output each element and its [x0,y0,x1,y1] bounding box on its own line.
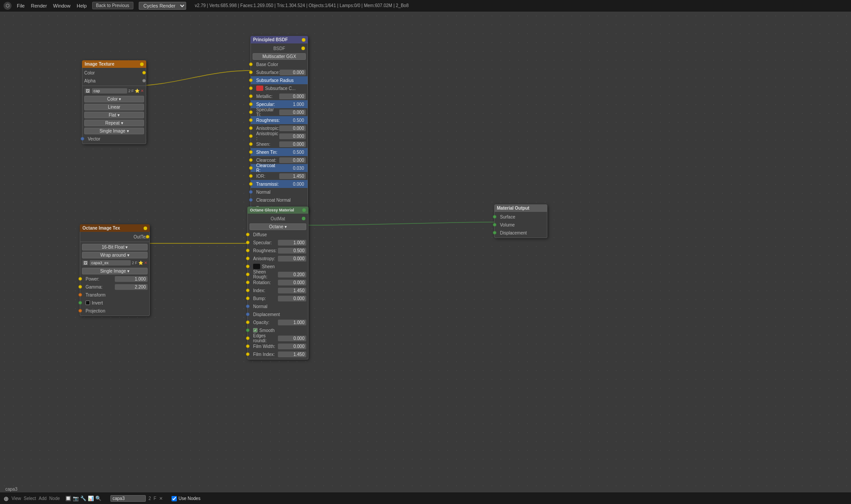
distribution-dropdown[interactable]: Multiscatter GGX [253,53,306,60]
gamma-value[interactable]: 2.200 [115,284,148,290]
sheen-row[interactable]: Sheen: 0.000 [251,140,308,148]
transmission-value[interactable]: 0.000 [279,181,306,187]
color-mode-row[interactable]: Color ▾ [82,95,146,103]
wrap-around-dropdown[interactable]: Wrap around ▾ [82,252,148,258]
footer-node-label[interactable]: Node [49,496,60,501]
film-width-row[interactable]: Film Width: 0.000 [248,342,308,350]
clearcoat-value[interactable]: 0.000 [279,157,306,163]
opacity-row[interactable]: Opacity: 1.000 [248,318,308,326]
edges-round-row[interactable]: Edges roundi: 0.000 [248,334,308,342]
opacity-value[interactable]: 1.000 [278,320,306,325]
oct-specular-socket [246,241,250,244]
anisotropic-label: Anisotropic: [256,126,279,131]
film-index-value[interactable]: 1.450 [278,352,306,357]
repeat-row[interactable]: Repeat ▾ [82,119,146,127]
node-editor-canvas[interactable]: Image Texture Color Alpha 🖼 cap 2 F ⭐ ✕ [0,12,851,492]
subsurface-radius-row[interactable]: Subsurface Radius [251,76,308,84]
ior-value[interactable]: 1.450 [279,173,306,179]
specular-value[interactable]: 1.000 [279,102,306,107]
power-value[interactable]: 1.000 [115,276,148,282]
clearcoat-rough-row[interactable]: Clearcoat R: 0.030 [251,164,308,172]
invert-row[interactable]: Invert [80,299,149,307]
use-nodes-checkbox[interactable] [172,496,177,501]
film-width-value[interactable]: 0.000 [278,344,306,349]
power-row[interactable]: Power: 1.000 [80,275,149,283]
rotation-row[interactable]: Rotation: 0.000 [248,278,308,286]
img-name-field[interactable]: cap [92,88,127,94]
rotation-value[interactable]: 0.000 [278,280,306,285]
sheen-tint-row[interactable]: Sheen Tin: 0.500 [251,148,308,156]
subsurface-color-row[interactable]: Subsurface C... [251,84,308,92]
menu-window[interactable]: Window [53,3,70,8]
oct-img-star: ⭐ [138,261,143,265]
sheen-rough-value[interactable]: 0.200 [278,272,306,277]
alpha-output-socket [142,79,146,82]
oct-specular-row[interactable]: Specular: 1.000 [248,238,308,246]
sheen-value[interactable]: 0.000 [279,141,306,147]
gamma-row[interactable]: Gamma: 2.200 [80,283,149,291]
single-image-row[interactable]: Single Image ▾ [82,127,146,135]
footer-add-label[interactable]: Add [39,496,47,501]
anisotropic-rot-value[interactable]: 0.000 [279,133,306,139]
octane-dist-row[interactable]: Octane ▾ [248,223,308,231]
oct-aniso-value[interactable]: 0.000 [278,256,306,262]
oct-source-row[interactable]: Single Image ▾ [80,267,149,275]
wrap-around-row[interactable]: Wrap around ▾ [80,251,149,259]
bump-row[interactable]: Bump: 0.000 [248,294,308,302]
oct-disp-socket [246,313,250,316]
roughness-value[interactable]: 0.500 [280,117,306,123]
specular-tint-row[interactable]: Specular Ti: 0.000 [251,108,308,116]
oct-aniso-row[interactable]: Anisotropy: 0.000 [248,254,308,262]
metallic-value[interactable]: 0.000 [279,94,306,99]
bump-value[interactable]: 0.000 [278,296,306,301]
metallic-row[interactable]: Metallic: 0.000 [251,92,308,100]
oct-roughness-value[interactable]: 0.500 [278,248,306,254]
smooth-checkbox[interactable]: ✓ [253,328,258,332]
anisotropic-value[interactable]: 0.000 [279,125,306,131]
back-button[interactable]: Back to Previous [92,2,133,9]
footer-view-label[interactable]: View [12,496,21,501]
oct-img-name[interactable]: capa3_ex [90,260,131,266]
roughness-row[interactable]: Roughness: 0.500 [251,116,308,124]
oct-specular-value[interactable]: 1.000 [278,240,306,246]
image-texture-node: Image Texture Color Alpha 🖼 cap 2 F ⭐ ✕ [82,60,146,144]
render-engine-select[interactable]: Cycles Render [139,2,186,10]
menu-help[interactable]: Help [77,3,87,8]
footer-select-label[interactable]: Select [24,496,36,501]
transmission-row[interactable]: Transmissi: 0.000 [251,180,308,188]
subsurface-value[interactable]: 0.000 [280,70,306,75]
flat-row[interactable]: Flat ▾ [82,111,146,119]
octane-dist-dropdown[interactable]: Octane ▾ [250,223,306,230]
node-input[interactable] [110,495,146,502]
oct-roughness-row[interactable]: Roughness: 0.500 [248,246,308,254]
bit-float-row[interactable]: 16-Bit Float ▾ [80,243,149,251]
index-value[interactable]: 1.450 [278,288,306,293]
menu-file[interactable]: File [17,3,25,8]
film-index-row[interactable]: Film Index: 1.450 [248,350,308,358]
img-x[interactable]: ✕ [141,89,144,93]
sheen-tint-label: Sheen Tin: [256,150,279,155]
footer-icon[interactable]: ⊕ [4,495,9,502]
specular-tint-value[interactable]: 0.000 [279,109,306,115]
color-mode-dropdown[interactable]: Color ▾ [84,96,144,102]
linear-row[interactable]: Linear [82,103,146,111]
interpolation-dropdown[interactable]: Linear [84,104,144,110]
index-row[interactable]: Index: 1.450 [248,286,308,294]
bit-float-dropdown[interactable]: 16-Bit Float ▾ [82,244,148,250]
oct-source-dropdown[interactable]: Single Image ▾ [82,268,148,274]
source-dropdown[interactable]: Single Image ▾ [84,128,144,134]
menu-render[interactable]: Render [31,3,47,8]
invert-checkbox[interactable] [86,301,90,305]
sheen-tint-value[interactable]: 0.500 [279,149,306,155]
subsurface-row[interactable]: Subsurface: 0.000 [251,68,308,76]
clearcoat-rough-value[interactable]: 0.030 [279,165,306,171]
anisotropic-rot-row[interactable]: Anisotropic : 0.000 [251,132,308,140]
ior-row[interactable]: IOR: 1.450 [251,172,308,180]
distribution-row[interactable]: Multiscatter GGX [251,52,308,60]
extension-dropdown[interactable]: Repeat ▾ [84,120,144,126]
projection-dropdown[interactable]: Flat ▾ [84,112,144,118]
oct-img-x[interactable]: ✕ [144,261,148,265]
sheen-rough-row[interactable]: Sheen Rough: 0.200 [248,270,308,278]
edges-round-value[interactable]: 0.000 [278,336,306,341]
footer-x[interactable]: ✕ [159,496,163,501]
